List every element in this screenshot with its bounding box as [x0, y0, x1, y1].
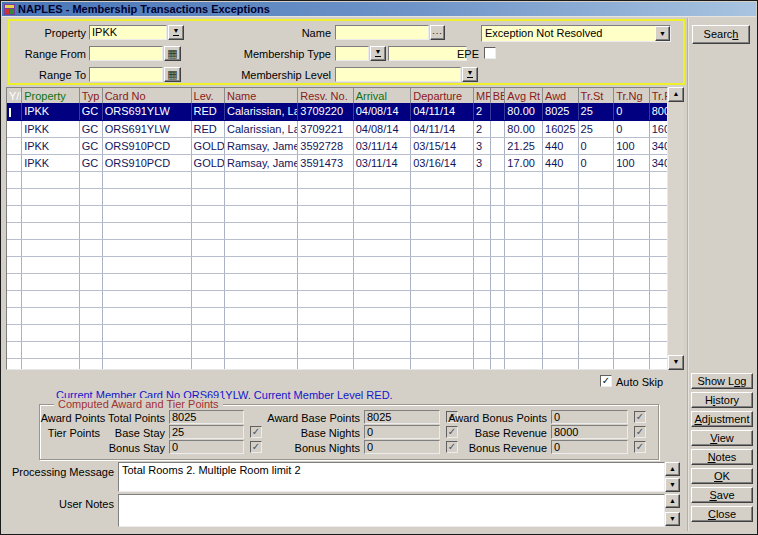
- grid-scrollbar[interactable]: ▲ ▼: [668, 87, 684, 370]
- table-cell: [102, 239, 191, 256]
- lov-arrow-icon: ▼: [375, 48, 382, 57]
- table-cell: [578, 341, 614, 358]
- table-cell: [191, 273, 224, 290]
- processing-message-field[interactable]: Total Rooms 2. Multiple Room limit 2: [118, 462, 665, 492]
- table-row[interactable]: IPKKGCORS691YLWREDCalarissian, Lando3709…: [7, 103, 668, 120]
- table-cell: [191, 188, 224, 205]
- grid-scroll-down-button[interactable]: ▼: [668, 355, 684, 370]
- table-cell: [191, 222, 224, 239]
- table-cell: [298, 358, 353, 370]
- view-button[interactable]: View: [691, 430, 753, 446]
- notes-scroll-down-button[interactable]: ▼: [665, 512, 680, 526]
- name-field[interactable]: [335, 25, 429, 40]
- ok-button[interactable]: OK: [691, 468, 753, 484]
- table-cell: [473, 358, 490, 370]
- table-cell: [353, 239, 411, 256]
- table-cell: [22, 341, 80, 358]
- table-cell: [578, 324, 614, 341]
- table-cell: [490, 273, 505, 290]
- table-cell: 16000: [649, 120, 668, 137]
- range-from-label: Range From: [9, 48, 86, 60]
- table-cell: [614, 290, 650, 307]
- title-bar[interactable]: NAPLES - Membership Transactions Excepti…: [2, 2, 756, 16]
- table-cell: [22, 188, 80, 205]
- auto-skip-checkbox[interactable]: ✓: [600, 375, 612, 387]
- table-cell: 80.00: [505, 103, 543, 120]
- property-lov-button[interactable]: ▼: [168, 25, 184, 40]
- table-cell: [505, 273, 543, 290]
- save-button[interactable]: Save: [691, 487, 753, 503]
- table-cell: [79, 239, 102, 256]
- notes-scroll-up-button[interactable]: ▲: [665, 494, 680, 508]
- table-cell: [578, 205, 614, 222]
- membership-level-lov-button[interactable]: ▼: [462, 67, 478, 82]
- table-cell: 3: [473, 137, 490, 154]
- table-cell: [543, 188, 579, 205]
- search-button[interactable]: Search: [692, 25, 750, 44]
- table-cell: [614, 358, 650, 370]
- table-cell: [614, 307, 650, 324]
- membership-level-field[interactable]: [335, 67, 461, 82]
- table-cell: 0: [614, 103, 650, 120]
- table-cell: [102, 222, 191, 239]
- table-cell: [490, 137, 505, 154]
- empty-row: [7, 341, 668, 358]
- table-cell: [22, 256, 80, 273]
- table-cell: [473, 273, 490, 290]
- table-row[interactable]: IPKKGCORS691YLWREDCalarissian, Lando3709…: [7, 120, 668, 137]
- user-notes-field[interactable]: [118, 494, 665, 527]
- table-cell: [353, 290, 411, 307]
- table-cell: 3709221: [298, 120, 353, 137]
- table-cell: 0: [614, 120, 650, 137]
- table-cell: 25: [578, 103, 614, 120]
- property-field[interactable]: IPKK: [89, 25, 167, 40]
- table-cell: [578, 239, 614, 256]
- table-cell: 340: [649, 154, 668, 171]
- table-cell: [298, 290, 353, 307]
- show-log-button[interactable]: Show Log: [691, 373, 753, 389]
- history-button[interactable]: History: [691, 392, 753, 408]
- table-row[interactable]: IPKKGCORS910PCDGOLDRamsay, James35927280…: [7, 137, 668, 154]
- table-cell: [649, 307, 668, 324]
- bonus-revenue-checkbox: ✓: [634, 441, 646, 453]
- table-cell: [298, 256, 353, 273]
- table-row[interactable]: IPKKGCORS910PCDGOLDRamsay, James35914730…: [7, 154, 668, 171]
- table-cell: [22, 205, 80, 222]
- empty-row: [7, 307, 668, 324]
- button-panel-divider: [687, 18, 689, 531]
- table-cell: [191, 205, 224, 222]
- base-nights-label: Base Nights: [200, 427, 360, 439]
- range-from-field[interactable]: [89, 46, 163, 61]
- range-from-calendar-button[interactable]: ▦: [164, 46, 181, 61]
- membership-type-field[interactable]: [335, 46, 369, 61]
- table-cell: [473, 290, 490, 307]
- table-cell: [7, 307, 22, 324]
- table-cell: [649, 341, 668, 358]
- bonus-stay-label: Bonus Stay: [108, 442, 165, 454]
- table-cell: [505, 290, 543, 307]
- epe-checkbox[interactable]: [484, 47, 496, 59]
- table-cell: [490, 358, 505, 370]
- notes-button[interactable]: Notes: [691, 449, 753, 465]
- empty-row: [7, 358, 668, 370]
- range-to-field[interactable]: [89, 67, 163, 82]
- table-cell: [649, 239, 668, 256]
- table-cell: [7, 222, 22, 239]
- table-cell: [505, 341, 543, 358]
- name-lookup-button[interactable]: ...: [430, 25, 445, 40]
- column-header: MR: [473, 88, 490, 103]
- table-cell: [79, 222, 102, 239]
- grid-scroll-up-button[interactable]: ▲: [668, 87, 684, 102]
- name-label: Name: [256, 27, 331, 39]
- table-cell: 80.00: [505, 120, 543, 137]
- empty-row: [7, 205, 668, 222]
- exception-filter-dropdown[interactable]: Exception Not Resolved ▼: [481, 25, 671, 42]
- membership-type-lov-button[interactable]: ▼: [370, 46, 386, 61]
- processing-scroll-up-button[interactable]: ▲: [665, 462, 680, 476]
- adjustment-button[interactable]: Adjustment: [691, 411, 753, 427]
- table-cell: 21.25: [505, 137, 543, 154]
- table-cell: [22, 222, 80, 239]
- processing-scroll-down-button[interactable]: ▼: [665, 478, 680, 492]
- close-button[interactable]: Close: [691, 506, 753, 522]
- range-to-calendar-button[interactable]: ▦: [164, 67, 181, 82]
